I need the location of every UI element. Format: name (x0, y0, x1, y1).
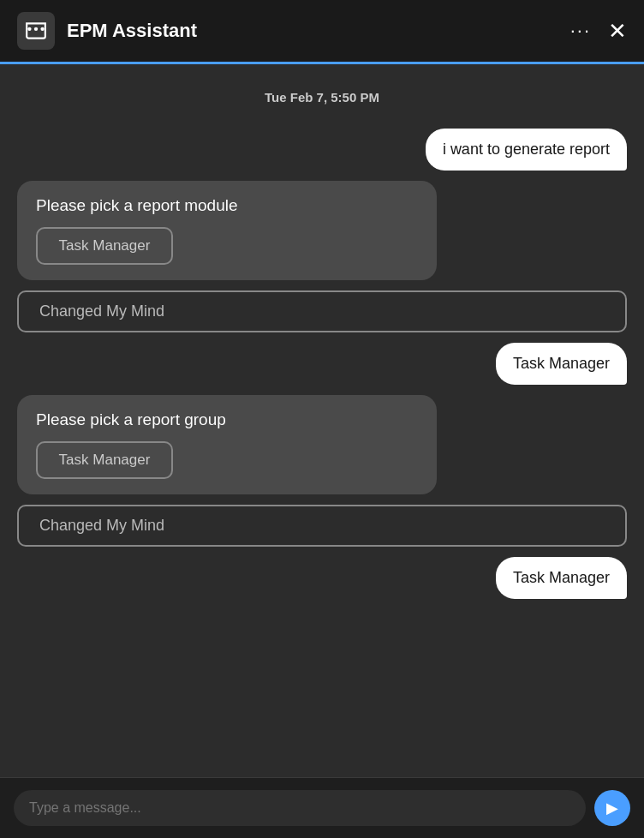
bot-bubble-2: Please pick a report group Task Manager (17, 395, 437, 494)
task-manager-button-2[interactable]: Task Manager (36, 441, 173, 479)
send-button[interactable]: ▶ (594, 790, 630, 826)
bot-text-2: Please pick a report group (36, 410, 418, 429)
svg-point-1 (34, 27, 38, 31)
changed-my-mind-row-2: Changed My Mind (17, 505, 627, 547)
more-options-button[interactable]: ··· (570, 20, 591, 42)
chat-icon-svg (25, 20, 47, 42)
chat-icon (17, 12, 55, 50)
app-title: EPM Assistant (67, 20, 570, 42)
app-window: EPM Assistant ··· ✕ Tue Feb 7, 5:50 PM i… (0, 0, 644, 838)
close-button[interactable]: ✕ (608, 20, 627, 42)
task-manager-button-1[interactable]: Task Manager (36, 227, 173, 265)
message-input[interactable] (14, 790, 586, 826)
bot-text-1: Please pick a report module (36, 196, 418, 215)
user-bubble-3: Task Manager (496, 557, 627, 599)
user-message-row-3: Task Manager (17, 557, 627, 599)
changed-my-mind-row-1: Changed My Mind (17, 290, 627, 332)
user-bubble-1: i want to generate report (426, 129, 627, 171)
bot-bubble-1: Please pick a report module Task Manager (17, 181, 437, 280)
changed-my-mind-button-2[interactable]: Changed My Mind (17, 505, 627, 547)
chat-area: Tue Feb 7, 5:50 PM i want to generate re… (0, 64, 644, 777)
chat-timestamp: Tue Feb 7, 5:50 PM (17, 90, 627, 105)
svg-point-2 (40, 27, 44, 31)
bot-message-row-1: Please pick a report module Task Manager (17, 181, 627, 280)
title-bar: EPM Assistant ··· ✕ (0, 0, 644, 62)
user-bubble-2: Task Manager (496, 343, 627, 385)
input-area: ▶ (0, 777, 644, 838)
bot-message-row-2: Please pick a report group Task Manager (17, 395, 627, 494)
changed-my-mind-button-1[interactable]: Changed My Mind (17, 290, 627, 332)
svg-point-0 (27, 27, 31, 31)
title-bar-actions: ··· ✕ (570, 20, 627, 42)
user-message-row-2: Task Manager (17, 343, 627, 385)
user-message-row-1: i want to generate report (17, 129, 627, 171)
